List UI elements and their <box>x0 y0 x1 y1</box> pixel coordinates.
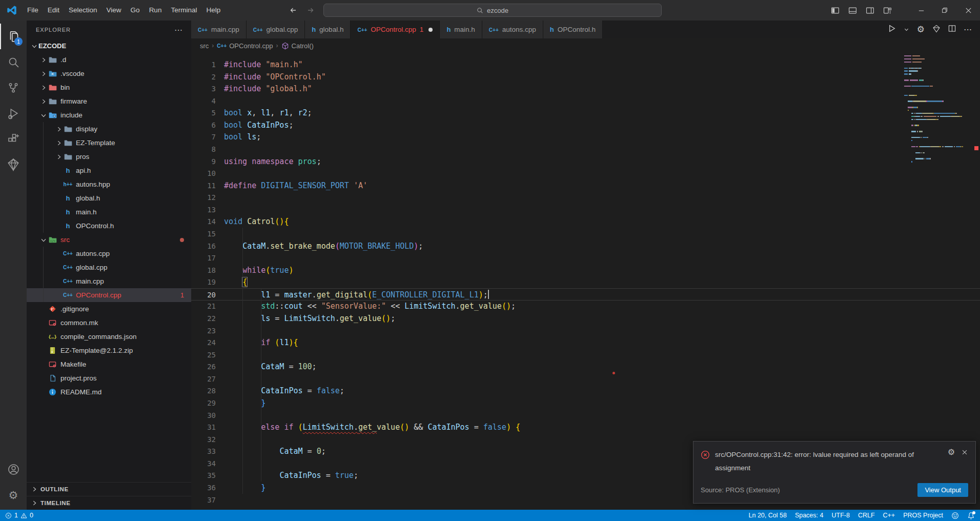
tree-item-opcontrol-h[interactable]: hOPControl.h <box>27 219 191 233</box>
menu-go[interactable]: Go <box>126 0 145 21</box>
status-utf-8[interactable]: UTF-8 <box>831 512 849 519</box>
run-dropdown-button[interactable] <box>904 25 909 34</box>
toggle-sidebar-button[interactable] <box>826 0 844 21</box>
tree-item-pros[interactable]: pros <box>27 150 191 164</box>
code-line-28[interactable]: 28 CataInPos = false; <box>191 385 980 397</box>
tree-item--gitignore[interactable]: .gitignore <box>27 302 191 316</box>
code-line-27[interactable]: 27 <box>191 373 980 385</box>
code-line-30[interactable]: 30 <box>191 409 980 422</box>
tree-item-readme-md[interactable]: README.md <box>27 385 191 399</box>
tree-item-makefile[interactable]: Makefile <box>27 357 191 371</box>
status-ln-20-col-58[interactable]: Ln 20, Col 58 <box>749 512 787 519</box>
activity-source-control[interactable] <box>0 75 27 101</box>
tab-main-h[interactable]: hmain.h <box>440 21 482 38</box>
activity-account[interactable] <box>0 456 27 482</box>
notification-settings-icon[interactable]: ⚙ <box>948 448 955 456</box>
split-editor-button[interactable] <box>948 25 956 34</box>
tree-item-ez-template-2-1-2-zip[interactable]: EZ-Template@2.1.2.zip <box>27 344 191 357</box>
feedback-icon[interactable] <box>951 512 959 519</box>
tab-autons-cpp[interactable]: C++autons.cpp <box>482 21 543 38</box>
tab-opcontrol-cpp[interactable]: C++OPControl.cpp1 <box>351 21 440 38</box>
toggle-secondary-sidebar-button[interactable] <box>861 0 879 21</box>
tree-item-src[interactable]: </>src <box>27 233 191 247</box>
activity-pros[interactable] <box>0 152 27 177</box>
menu-view[interactable]: View <box>102 0 126 21</box>
activity-extensions[interactable] <box>0 126 27 152</box>
menu-terminal[interactable]: Terminal <box>166 0 201 21</box>
notification-close-icon[interactable] <box>961 449 968 456</box>
code-line-17[interactable]: 17 <box>191 252 980 264</box>
section-outline[interactable]: OUTLINE <box>27 482 191 496</box>
code-line-23[interactable]: 23 <box>191 325 980 337</box>
code-line-19[interactable]: 19 { <box>191 276 980 288</box>
code-line-14[interactable]: 14void Catrol(){ <box>191 215 980 228</box>
forward-arrow-icon[interactable] <box>304 4 317 16</box>
status-pros-project[interactable]: PROS Project <box>903 512 943 519</box>
notifications-bell-icon[interactable] <box>967 512 975 519</box>
problems-status[interactable]: 1 0 <box>5 512 33 519</box>
code-line-2[interactable]: 2#include "OPControl.h" <box>191 71 980 83</box>
code-line-22[interactable]: 22 ls = LimitSwitch.get_value(); <box>191 312 980 325</box>
tree-item-autons-hpp[interactable]: h++autons.hpp <box>27 177 191 191</box>
code-line-3[interactable]: 3#include "global.h" <box>191 83 980 95</box>
menu-run[interactable]: Run <box>145 0 167 21</box>
tree-item-main-cpp[interactable]: C++main.cpp <box>27 274 191 288</box>
tree-item--vscode[interactable]: ✕.vscode <box>27 67 191 81</box>
code-line-12[interactable]: 12 <box>191 191 980 204</box>
view-output-button[interactable]: View Output <box>917 483 968 497</box>
pros-button[interactable] <box>932 25 941 35</box>
tab-main-cpp[interactable]: C++main.cpp <box>191 21 247 38</box>
command-center-search[interactable]: ezcode <box>323 4 662 17</box>
customize-layout-button[interactable] <box>879 0 896 21</box>
more-actions-button[interactable]: ⋯ <box>964 25 972 34</box>
code-line-31[interactable]: 31 else if (LimitSwitch.get_value() && C… <box>191 421 980 433</box>
tree-item-include[interactable]: +include <box>27 108 191 122</box>
tree-item-ez-template[interactable]: EZ-Template <box>27 136 191 150</box>
tree-item-autons-cpp[interactable]: C++autons.cpp <box>27 247 191 260</box>
activity-search[interactable] <box>0 49 27 75</box>
tree-item-global-h[interactable]: hglobal.h <box>27 191 191 205</box>
code-line-10[interactable]: 10 <box>191 167 980 179</box>
tree-item-global-cpp[interactable]: C++global.cpp <box>27 260 191 274</box>
tree-item-firmware[interactable]: firmware <box>27 94 191 108</box>
code-line-6[interactable]: 6bool CataInPos; <box>191 119 980 131</box>
toggle-panel-button[interactable] <box>844 0 861 21</box>
tree-item-bin[interactable]: bin <box>27 81 191 94</box>
code-line-9[interactable]: 9using namespace pros; <box>191 155 980 168</box>
code-line-20[interactable]: 20 l1 = master.get_digital(E_CONTROLLER_… <box>191 288 980 300</box>
breadcrumb-src[interactable]: src <box>200 42 209 50</box>
tab-global-h[interactable]: hglobal.h <box>305 21 351 38</box>
menu-file[interactable]: File <box>23 0 43 21</box>
tree-item-api-h[interactable]: hapi.h <box>27 164 191 177</box>
tree-item-compile-commands-json[interactable]: {…}compile_commands.json <box>27 330 191 344</box>
tree-root-ezcode[interactable]: EZCODE <box>27 39 191 53</box>
code-line-25[interactable]: 25 <box>191 349 980 361</box>
code-line-15[interactable]: 15 <box>191 228 980 240</box>
code-line-13[interactable]: 13 <box>191 204 980 216</box>
run-button[interactable] <box>887 24 896 35</box>
tree-item-project-pros[interactable]: project.pros <box>27 371 191 385</box>
explorer-more-actions-icon[interactable]: ⋯ <box>174 25 183 35</box>
settings-gear-button[interactable]: ⚙ <box>917 25 925 34</box>
close-button[interactable] <box>956 0 980 21</box>
code-line-11[interactable]: 11#define DIGITAL_SENSOR_PORT 'A' <box>191 179 980 192</box>
section-timeline[interactable]: TIMELINE <box>27 496 191 510</box>
menu-help[interactable]: Help <box>201 0 225 21</box>
activity-run-debug[interactable] <box>0 101 27 126</box>
code-line-18[interactable]: 18 while(true) <box>191 264 980 276</box>
activity-settings[interactable]: ⚙ <box>0 482 27 508</box>
tree-item-main-h[interactable]: hmain.h <box>27 205 191 219</box>
restore-button[interactable] <box>933 0 956 21</box>
code-line-4[interactable]: 4 <box>191 95 980 107</box>
code-line-16[interactable]: 16 CataM.set_brake_mode(MOTOR_BRAKE_HOLD… <box>191 240 980 252</box>
minimap[interactable] <box>904 55 972 167</box>
menu-edit[interactable]: Edit <box>43 0 64 21</box>
code-line-26[interactable]: 26 CataM = 100; <box>191 360 980 373</box>
code-line-8[interactable]: 8 <box>191 143 980 155</box>
tree-item-display[interactable]: display <box>27 122 191 136</box>
breadcrumb-catrol-[interactable]: Catrol() <box>281 42 314 50</box>
code-line-29[interactable]: 29 } <box>191 397 980 409</box>
tab-global-cpp[interactable]: C++global.cpp <box>247 21 305 38</box>
tree-item-opcontrol-cpp[interactable]: C++OPControl.cpp1 <box>27 288 191 302</box>
tab-opcontrol-h[interactable]: hOPControl.h <box>543 21 603 38</box>
